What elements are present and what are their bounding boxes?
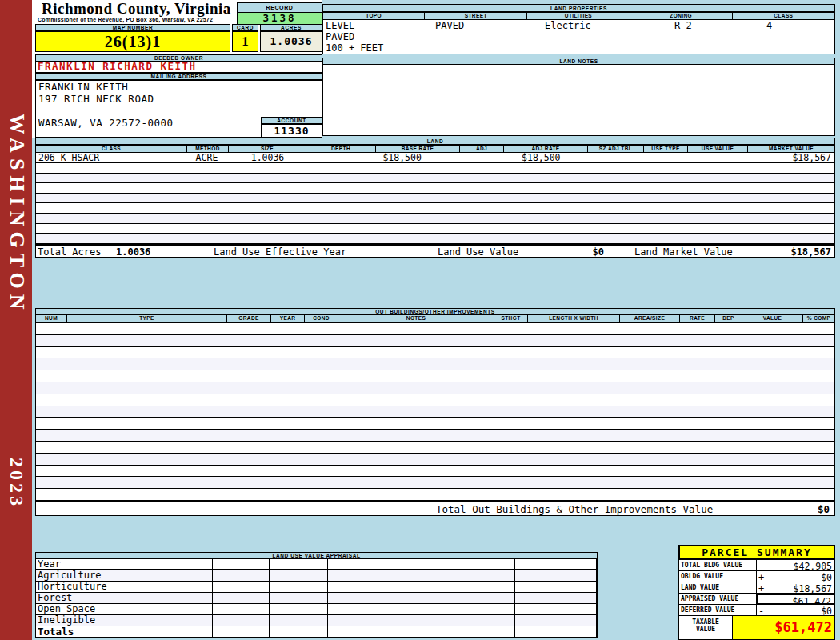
parcel-summary-row-label: APPRAISED VALUE: [678, 594, 757, 605]
street-value: PAVED: [435, 21, 464, 30]
utilities-value: Electric: [545, 21, 591, 30]
empty-row: [36, 382, 834, 394]
empty-cell: [94, 570, 154, 581]
out-buildings-totals-row: Total Out Buildings & Other Improvements…: [35, 501, 835, 516]
empty-cell: [386, 559, 434, 569]
empty-row: [36, 234, 834, 244]
empty-cell: [94, 615, 154, 626]
parcel-summary-row: DEFERRED VALUE-$0: [678, 605, 835, 616]
row-label: Ineligible: [36, 615, 94, 626]
parcel-summary-row-value: -$0: [757, 605, 835, 616]
column-header-year: YEAR: [271, 314, 305, 323]
land-table-data-row: 206 K HSACR ACRE 1.0036 $18,500 $18,500 …: [35, 153, 835, 163]
empty-cell: [94, 604, 154, 614]
land-use-row-totals: Totals: [36, 626, 597, 638]
land-properties-values: LEVEL PAVED 100 + FEET PAVED Electric R-…: [322, 20, 835, 54]
column-header-cond: COND: [305, 314, 338, 323]
empty-cell: [328, 604, 386, 614]
topo-value-line1: LEVEL: [326, 21, 354, 30]
row-label: Open Space: [36, 604, 94, 614]
empty-cell: [328, 615, 386, 626]
land-use-type-cell: [643, 153, 687, 162]
empty-row: [36, 347, 834, 359]
empty-cell: [213, 559, 270, 569]
acres-value: 1.0036: [260, 31, 322, 52]
empty-cell: [515, 582, 597, 592]
property-record-card: WASHINGTON 2023 Richmond County, Virgini…: [0, 0, 840, 640]
empty-row: [36, 442, 834, 454]
parcel-summary-row: APPRAISED VALUE$61,472: [678, 594, 835, 605]
column-header-depth: DEPTH: [306, 145, 376, 153]
empty-row: [36, 394, 834, 406]
empty-row: [36, 323, 834, 335]
taxable-label-line1: TAXABLE: [679, 618, 732, 626]
parcel-summary-sign: +: [758, 572, 764, 583]
empty-cell: [386, 593, 434, 603]
parcel-summary-row-value: +$18,567: [757, 582, 835, 594]
land-method-cell: ACRE: [188, 153, 230, 162]
parcel-summary-row-value: $61,472: [757, 594, 835, 605]
out-buildings-header-row: NUMTYPEGRADEYEARCONDNOTESSTHGTLENGTH X W…: [35, 314, 835, 323]
empty-row: [36, 194, 834, 204]
empty-cell: [434, 615, 515, 626]
taxable-value-cell: $61,472: [733, 616, 835, 640]
empty-cell: [515, 593, 597, 603]
empty-cell: [270, 559, 328, 569]
column-header--comp: % COMP: [803, 314, 835, 323]
land-use-value-label: Land Use Value: [438, 247, 518, 257]
card-value: 1: [232, 31, 258, 52]
class-value: 4: [766, 21, 772, 30]
row-label: Forest: [36, 593, 94, 603]
empty-cell: [434, 604, 515, 614]
parcel-summary-amount: $0: [821, 572, 832, 583]
row-label: Horticulture: [36, 582, 94, 592]
parcel-summary-row: LAND VALUE+$18,567: [678, 582, 835, 594]
parcel-summary-row-label: LAND VALUE: [678, 582, 757, 594]
empty-cell: [386, 570, 434, 581]
land-use-appraisal-table: LAND USE VALUE APPRAISAL YearAgriculture…: [35, 552, 598, 638]
land-use-row-ineligible: Ineligible: [36, 615, 597, 626]
empty-cell: [154, 582, 213, 592]
row-label: Totals: [36, 626, 94, 637]
parcel-summary-rows: TOTAL BLDG VALUE$42,905OBLDG VALUE+$0LAN…: [678, 560, 835, 616]
parcel-summary-row: TOTAL BLDG VALUE$42,905: [678, 560, 835, 571]
column-header-value: VALUE: [742, 314, 803, 323]
land-table-totals-row: Total Acres 1.0036 Land Use Effective Ye…: [35, 244, 835, 258]
land-adj-rate-cell: $18,500: [504, 153, 588, 162]
empty-row: [36, 335, 834, 347]
county-subtitle: Commissioner of the Revenue, PO Box 366,…: [38, 17, 213, 22]
column-header-notes: NOTES: [338, 314, 494, 323]
column-header-class: CLASS: [733, 12, 835, 20]
land-adj-cell: [460, 153, 504, 162]
land-use-row-agriculture: Agriculture: [36, 570, 597, 582]
parcel-summary-taxable-row: TAXABLE VALUE $61,472: [678, 616, 835, 640]
parcel-summary-row-value: $42,905: [757, 560, 835, 571]
empty-row: [36, 466, 834, 478]
column-header-utilities: UTILITIES: [527, 12, 630, 20]
empty-cell: [94, 582, 154, 592]
empty-cell: [213, 570, 270, 581]
land-market-value-cell: $18,567: [747, 153, 834, 162]
empty-cell: [328, 570, 386, 581]
land-table: LAND CLASSMETHODSIZEDEPTHBASE RATEADJADJ…: [35, 138, 835, 258]
empty-cell: [94, 559, 154, 569]
empty-row: [36, 203, 834, 214]
column-header-street: STREET: [425, 12, 527, 20]
empty-cell: [213, 615, 270, 626]
column-header-sz-adj-tbl: SZ ADJ TBL: [588, 145, 644, 153]
mailing-address-label: MAILING ADDRESS: [35, 73, 322, 80]
empty-row: [36, 370, 834, 382]
topo-value-line2: PAVED: [326, 32, 354, 42]
empty-cell: [328, 559, 386, 569]
column-header-area-size: AREA/SIZE: [620, 314, 680, 323]
empty-cell: [213, 593, 270, 603]
land-properties-title: LAND PROPERTIES: [322, 4, 835, 12]
empty-cell: [270, 582, 328, 592]
empty-cell: [386, 582, 434, 592]
empty-row: [36, 183, 834, 194]
total-acres-label: Total Acres: [38, 247, 101, 257]
empty-cell: [94, 626, 154, 637]
column-header-type: TYPE: [67, 314, 227, 323]
land-use-value-cell: [687, 153, 747, 162]
land-depth-cell: [306, 153, 376, 162]
